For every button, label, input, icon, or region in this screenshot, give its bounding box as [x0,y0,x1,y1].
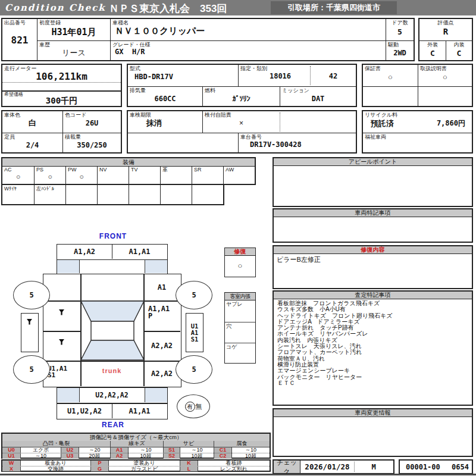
equip-ps: PS ○ [34,166,65,184]
wheel-front-right: 5 [176,281,212,309]
empty-cell [128,133,238,152]
legend-code: L [180,466,198,472]
equip-sr: SR [192,166,223,184]
doors-cell: ドア数 5 [386,19,414,40]
assessment-panel: 査定特記事項 看板部塗抹 フロントガラス飛石キズ ウスキズ多数 小A小U有 ヘッ… [273,290,473,406]
load: 350/250 [65,140,119,151]
lining-burn-section: コゲ [225,343,255,364]
equip-label: NV [99,167,127,173]
equip-value: ○ [4,173,32,181]
empty-cell [418,86,472,106]
exterior-label: 外装 [421,42,444,48]
appeal-body [274,166,472,168]
equip-label: AW [226,167,253,173]
legend2-row-1: W 板金あり P 塗装あり K 看板跡 [2,461,270,466]
legend-size: 20超 [79,453,110,459]
hood-left-damage: A1,A2 [57,245,112,259]
damage-code: U1 [191,323,199,330]
cabin-lining-title: 客室内張 [225,293,255,300]
score: R [421,26,470,37]
check-mark: M [354,461,393,473]
wheel-rear-left: 5 [13,355,50,384]
assessment-line: ＥＴＣ [277,380,472,386]
warranty-value: ○ [365,71,416,82]
first-registration: H31年01月 [39,26,108,39]
legend-desc: 塗装あり [108,461,180,466]
equip-empty [129,185,160,204]
right-c-pillar [145,388,167,402]
pickup-location: 引取場所：千葉県四街道市 [271,1,397,14]
car-body: A1 A1,A1 P A2,A2 U1,A1 S1 trunk A2,A2 [43,274,181,387]
model-label: 車種名 [112,20,384,26]
repair-flag-value: ○ [225,256,255,275]
legend-desc: 板金あり [20,461,90,466]
chassis-cell: 車台番号 DR17V-300428 [238,133,356,152]
damage-legend: 損傷記号＆損傷サイズ（～最大cm） 凸凹・亀裂 線キズ サビ 腐食 U0 エクボ… [1,433,271,459]
score-label: 評価点 [421,20,470,26]
displacement-label: 排気量 [130,87,201,93]
vehicle-main-box: 出品番号 821 初度登録 H31年01月 車歴 リース 車種名 ＮＶ１００クリ… [1,18,415,61]
legend-desc: ガラスヒビ [108,466,180,472]
equip-empty [65,185,97,204]
lot-number-cell: 出品番号 821 [2,19,37,60]
first-registration-label: 初度登録 [39,20,108,26]
color-code-label: 色コード [65,112,119,118]
interior-label: 内装 [448,42,470,48]
odometer-price-box: 走行メーター 106,211km 希望価格 300千円 [1,64,122,107]
serial-box: 00001-00 0654 [399,459,473,474]
inspection-label: 車検期限 [130,112,201,118]
repair-details-panel: 修復内容 ピラーB左修正 [273,245,473,289]
insurance-label: 検付自賠責 [205,112,278,118]
cabin-lining-box: 客室内張 ヤブレ 穴 コゲ [224,292,256,364]
warranty-cell: 保証書 ○ [363,65,418,86]
equip-label: Wﾀｲﾔ [4,186,32,192]
window-glass-shapes [80,300,145,361]
score-cell: 評価点 R [419,19,472,40]
drive-cell: 駆動 2WD [386,40,414,60]
class-number-1: 18016 [250,72,310,80]
fuel-label: 燃料 [205,87,278,93]
cowl-band [57,259,168,274]
equipment-title: 装備 [2,158,255,167]
right-a-pillar [145,260,167,273]
chassis-number: DR17V-300428 [240,140,354,149]
class-cell: 指定・類別 18016 42 [238,65,356,86]
class-number-2: 42 [313,72,353,80]
check-box: チェック 2026/01/28 M [273,459,394,474]
class-label: 指定・類別 [240,65,354,71]
repair-flag-title: 修復 [225,248,255,256]
right-rear-door-damage: A2,A2 [143,331,180,361]
bumper-right-damage: A1,A1 [112,404,167,418]
manual-value: ○ [420,71,470,82]
assessment-line: バックモニター リヤヒーター [277,374,472,380]
lining-tear-label: ヤブレ [226,301,254,307]
recycle-cell: リサイクル料 預託済 7,860円 [363,111,472,133]
assessment-title: 査定特記事項 [274,292,472,299]
divider [280,112,280,131]
equip-tv: TV [129,166,160,184]
hood-panel: A1,A2 A1,A1 [57,244,168,260]
wheel-rear-right: 5 [176,355,212,384]
assessment-body: 看板部塗抹 フロントガラス飛石キズ ウスキズ多数 小A小U有 ヘッドライトキズ … [274,299,472,386]
type-cell: 型式 HBD-DR17V [128,65,238,86]
inspection-box: 車検期限 抹消 検付自賠責 × 車台番号 DR17V-300428 [127,110,357,154]
damage-code: A1 [191,330,199,336]
vehicle-notes-panel: 車両特記事項 [273,208,473,243]
body-color-label: 車体色 [4,112,61,118]
bumper-left-damage: U1,U2,A2 [57,404,112,418]
equip-label: PS [36,167,64,173]
drive-label: 駆動 [388,42,412,48]
insurance-value: × [205,118,278,129]
spare-yes-circled: 有 [185,402,195,412]
type-value: HBD-DR17V [130,73,236,81]
equip-ac: AC ○ [2,166,34,184]
transmission-cell: ミッション DAT [280,86,356,106]
empty-strip [2,82,121,90]
legend-code: G [90,466,108,472]
lining-burn-label: コゲ [226,344,254,350]
grade: GX H/R [112,48,384,56]
legend-group: サビ [163,441,214,447]
capacity: 2/4 [4,140,61,151]
empty-cell [363,86,418,106]
spare-tire-indicator: 有 無 [177,394,210,418]
